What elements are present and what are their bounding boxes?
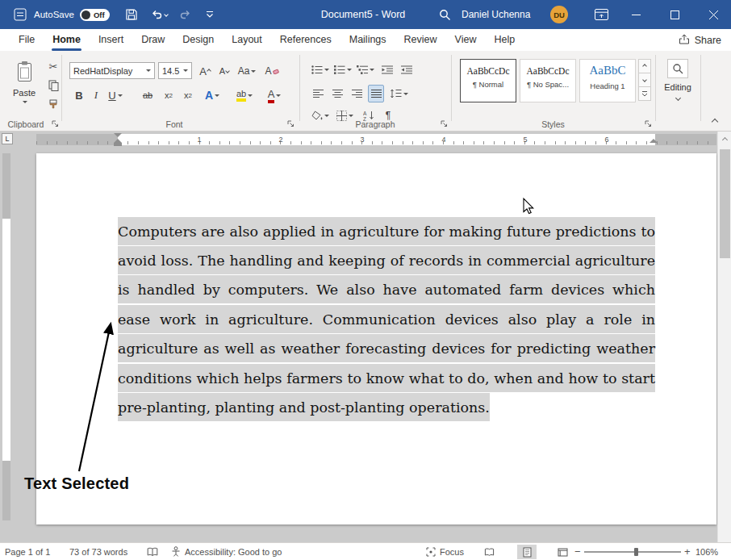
collapse-ribbon-button[interactable] xyxy=(707,115,723,128)
document-text[interactable]: Computers are also applied in agricultur… xyxy=(118,216,655,422)
focus-button[interactable]: Focus xyxy=(440,543,464,560)
share-label: Share xyxy=(695,35,721,46)
tab-draw[interactable]: Draw xyxy=(132,29,173,51)
window-title: Document5 - Word xyxy=(266,0,460,29)
autosave-toggle[interactable]: AutoSave Off xyxy=(34,0,110,29)
ribbon: Paste ✂ Clipboard RedHatDisplay 14.5 xyxy=(0,51,731,132)
left-indent-marker[interactable] xyxy=(114,143,122,146)
maximize-button[interactable] xyxy=(657,0,692,29)
ribbon-tab-bar: File Home Insert Draw Design Layout Refe… xyxy=(0,29,731,51)
tab-review[interactable]: Review xyxy=(395,29,446,51)
tab-layout[interactable]: Layout xyxy=(223,29,271,51)
zoom-slider-thumb[interactable] xyxy=(634,548,638,556)
tab-references[interactable]: References xyxy=(271,29,340,51)
selected-text[interactable]: Computers are also applied in agricultur… xyxy=(118,217,655,421)
ruler-number: 4 xyxy=(439,136,449,144)
ruler-number: 2 xyxy=(276,136,286,144)
autosave-knob xyxy=(81,10,90,19)
ruler-number: 5 xyxy=(520,136,530,144)
editing-button[interactable]: Editing xyxy=(658,59,697,111)
vertical-ruler xyxy=(0,148,13,542)
document-page[interactable]: Computers are also applied in agricultur… xyxy=(36,153,716,524)
titlebar: AutoSave Off Document5 - Word Daniel Uch… xyxy=(0,0,731,29)
ruler-ticks xyxy=(36,141,716,144)
more-commands-icon[interactable] xyxy=(200,0,219,29)
avatar[interactable]: DU xyxy=(550,6,568,23)
editing-group: Editing xyxy=(0,51,731,131)
user-name[interactable]: Daniel Uchenna xyxy=(462,0,530,29)
chevron-up-icon xyxy=(722,136,728,142)
ruler-number: 1 xyxy=(194,136,204,144)
text-selected-annotation: Text Selected xyxy=(24,474,129,493)
ruler-number: 6 xyxy=(602,136,612,144)
share-icon xyxy=(679,34,690,47)
find-icon xyxy=(667,59,688,78)
redo-icon[interactable] xyxy=(174,0,195,29)
search-icon[interactable] xyxy=(432,0,457,29)
vertical-ruler-typing-area xyxy=(2,219,10,461)
proofing-icon[interactable] xyxy=(147,543,158,560)
tab-home[interactable]: Home xyxy=(44,29,90,51)
accessibility-status[interactable]: Accessibility: Good to go xyxy=(185,543,282,560)
chevron-up-icon xyxy=(712,119,718,125)
status-bar: Page 1 of 1 73 of 73 words Accessibility… xyxy=(0,542,731,560)
ribbon-display-options-icon[interactable] xyxy=(589,0,613,29)
undo-icon[interactable] xyxy=(147,0,171,29)
tab-insert[interactable]: Insert xyxy=(90,29,132,51)
autosave-state: Off xyxy=(94,10,105,19)
ruler-row: L 1 2 3 4 5 6 xyxy=(0,132,717,148)
tab-file[interactable]: File xyxy=(10,29,44,51)
print-layout-icon[interactable] xyxy=(517,545,537,559)
scrollbar-up-icon[interactable] xyxy=(718,133,731,146)
zoom-out-button[interactable]: − xyxy=(574,543,581,560)
vertical-scrollbar[interactable] xyxy=(717,132,731,542)
undo-dropdown-chevron xyxy=(164,12,169,17)
web-layout-icon[interactable] xyxy=(553,545,572,559)
page-indicator[interactable]: Page 1 of 1 xyxy=(5,543,50,560)
editing-label: Editing xyxy=(664,82,691,92)
zoom-level[interactable]: 106% xyxy=(695,543,718,560)
word-count[interactable]: 73 of 73 words xyxy=(69,543,127,560)
autosave-pill[interactable]: Off xyxy=(80,9,110,21)
right-indent-marker[interactable] xyxy=(650,139,658,143)
zoom-slider-track[interactable] xyxy=(584,551,681,553)
minimize-button[interactable] xyxy=(618,0,654,29)
first-line-indent-marker[interactable] xyxy=(114,133,122,137)
tab-stop-selector[interactable]: L xyxy=(2,133,13,144)
ruler-number: 3 xyxy=(357,136,367,144)
close-button[interactable] xyxy=(695,0,731,29)
scrollbar-thumb[interactable] xyxy=(720,149,730,258)
autosave-label: AutoSave xyxy=(34,10,74,19)
word-window: AutoSave Off Document5 - Word Daniel Uch… xyxy=(0,0,731,560)
save-icon[interactable] xyxy=(121,0,142,29)
tab-mailings[interactable]: Mailings xyxy=(340,29,395,51)
focus-icon xyxy=(426,543,436,560)
accessibility-icon[interactable] xyxy=(171,543,181,560)
read-mode-icon[interactable] xyxy=(479,545,499,559)
app-icon[interactable] xyxy=(10,0,31,29)
zoom-in-button[interactable]: + xyxy=(684,543,691,560)
tab-design[interactable]: Design xyxy=(173,29,223,51)
tab-help[interactable]: Help xyxy=(485,29,524,51)
editing-chevron-icon xyxy=(675,95,680,101)
tab-view[interactable]: View xyxy=(446,29,486,51)
share-button[interactable]: Share xyxy=(679,31,721,50)
